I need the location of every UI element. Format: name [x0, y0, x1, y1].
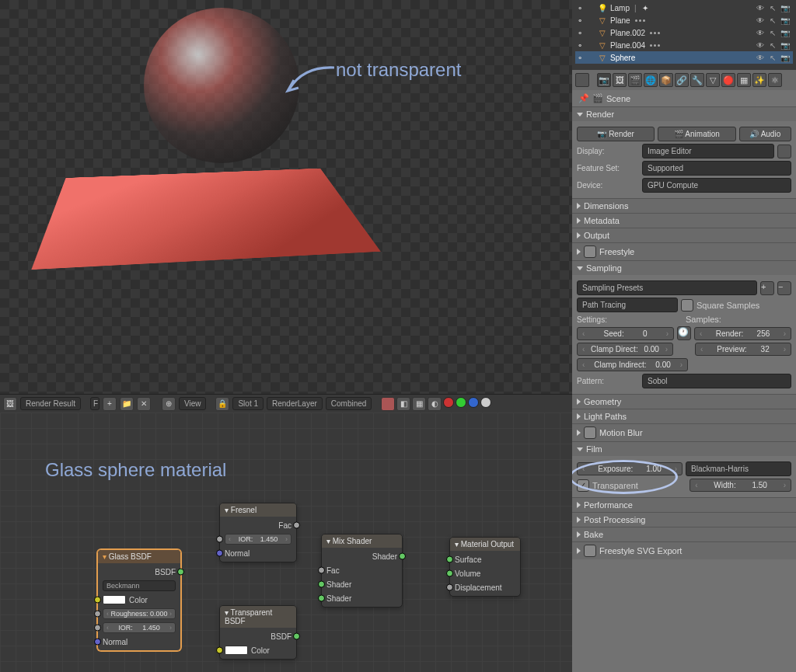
render-icon[interactable]: 📷	[779, 27, 791, 38]
sampling-presets[interactable]: Sampling Presets	[577, 280, 757, 295]
visibility-icon[interactable]: 👁	[754, 40, 766, 50]
tab-physics[interactable]: ⚛	[768, 73, 782, 87]
panel-motionblur-header[interactable]: Motion Blur	[572, 424, 796, 441]
tab-scene[interactable]: 🎬	[628, 73, 642, 87]
display-select[interactable]: Image Editor	[642, 144, 774, 158]
node-fresnel[interactable]: ▾ Fresnel Fac ‹ IOR: 1.450› Normal	[219, 503, 297, 562]
image-selector[interactable]: Render Result	[20, 397, 81, 410]
view-menu[interactable]: View	[179, 397, 207, 410]
render-samples-field[interactable]: ‹Render:256›	[694, 327, 791, 340]
distribution-select[interactable]: Beckmann	[103, 580, 176, 591]
preview-samples-field[interactable]: ‹Preview:32›	[695, 343, 791, 356]
panel-bake-header[interactable]: Bake	[572, 528, 796, 541]
channel-a[interactable]	[480, 397, 491, 408]
render-icon[interactable]: 📷	[779, 15, 791, 26]
outliner-item-lamp[interactable]: ⚬ 💡 Lamp|✦ 👁 ↖ 📷	[575, 2, 793, 14]
integrator-select[interactable]: Path Tracing	[577, 298, 678, 312]
render-view[interactable]: not transparent	[0, 0, 572, 394]
editor-type-icon[interactable]: 🖼	[3, 397, 17, 411]
panel-geometry-header[interactable]: Geometry	[572, 395, 796, 409]
node-editor[interactable]: Glass sphere material ▾ Glass BSDF BSDF …	[0, 413, 572, 672]
square-samples-check[interactable]	[681, 299, 693, 312]
visibility-icon[interactable]: 👁	[754, 52, 766, 63]
pattern-select[interactable]: Sobol	[642, 374, 791, 388]
panel-metadata-header[interactable]: Metadata	[572, 214, 796, 228]
input-ior[interactable]: ‹ IOR: 1.450›	[220, 532, 296, 546]
panel-film-header[interactable]: Film	[572, 442, 796, 456]
tab-particles[interactable]: ✨	[752, 73, 766, 87]
audio-button[interactable]: 🔊 Audio	[739, 127, 791, 141]
tab-material[interactable]: 🔴	[721, 73, 735, 87]
node-glass-bsdf[interactable]: ▾ Glass BSDF BSDF Beckmann Color ‹ Rough…	[97, 549, 181, 651]
unlink-button[interactable]: ✕	[137, 397, 151, 411]
panel-performance-header[interactable]: Performance	[572, 498, 796, 512]
new-button[interactable]: +	[103, 397, 117, 411]
tab-data[interactable]: ▽	[706, 73, 720, 87]
tab-world[interactable]: 🌐	[644, 73, 658, 87]
select-icon[interactable]: ↖	[766, 27, 779, 38]
panel-dimensions-header[interactable]: Dimensions	[572, 199, 796, 213]
slot-selector[interactable]: Slot 1	[232, 397, 264, 410]
visibility-icon[interactable]: 👁	[754, 27, 766, 38]
transparent-check[interactable]	[577, 479, 589, 492]
open-button[interactable]: 📁	[120, 397, 134, 411]
motion-blur-check[interactable]	[584, 427, 596, 439]
tab-object[interactable]: 📦	[659, 73, 673, 87]
select-icon[interactable]: ↖	[766, 40, 779, 50]
panel-render-header[interactable]: Render	[572, 107, 796, 121]
panel-sampling-header[interactable]: Sampling	[572, 261, 796, 275]
panel-freestyle-svg-header[interactable]: Freestyle SVG Export	[572, 542, 796, 559]
f-button[interactable]: F	[90, 397, 100, 410]
outliner-item-plane002[interactable]: ⚬ ▽ Plane.002 👁 ↖ 📷	[575, 26, 793, 39]
channel-z[interactable]: ◐	[428, 397, 442, 411]
pass-selector[interactable]: Combined	[326, 397, 372, 410]
select-icon[interactable]: ↖	[766, 2, 779, 13]
seed-field[interactable]: ‹Seed:0›	[577, 327, 674, 340]
outliner-item-plane[interactable]: ⚬ ▽ Plane 👁 ↖ 📷	[575, 14, 793, 26]
node-material-output[interactable]: ▾ Material Output Surface Volume Displac…	[449, 537, 521, 597]
node-mix-shader[interactable]: ▾ Mix Shader Shader Fac Shader Shader	[321, 534, 403, 608]
tab-blend[interactable]	[575, 73, 589, 87]
channel-color[interactable]	[381, 397, 395, 411]
exposure-field[interactable]: ‹Exposure:1.00›	[577, 462, 683, 475]
visibility-icon[interactable]: 👁	[754, 2, 766, 13]
lock-icon[interactable]: 🔒	[215, 397, 229, 411]
tab-texture[interactable]: ▦	[737, 73, 751, 87]
channel-rgb[interactable]: ◧	[396, 397, 410, 411]
panel-output-header[interactable]: Output	[572, 228, 796, 242]
channel-alpha[interactable]: ▦	[412, 397, 426, 411]
feature-select[interactable]: Supported	[642, 161, 791, 176]
render-button[interactable]: 📷 Render	[577, 127, 655, 141]
freestyle-check[interactable]	[584, 245, 596, 258]
preset-add[interactable]: +	[760, 281, 774, 295]
panel-post-header[interactable]: Post Processing	[572, 513, 796, 527]
clamp-indirect-field[interactable]: ‹Clamp Indirect:0.00›	[577, 358, 688, 371]
tab-constraints[interactable]: 🔗	[675, 73, 689, 87]
filter-select[interactable]: Blackman-Harris	[686, 461, 791, 476]
animation-button[interactable]: 🎬 Animation	[658, 127, 735, 141]
render-icon[interactable]: 📷	[779, 2, 791, 13]
input-color[interactable]: Color	[98, 593, 180, 607]
tab-layers[interactable]: 🖼	[613, 73, 627, 87]
node-transparent-bsdf[interactable]: ▾ Transparent BSDF BSDF Color	[219, 605, 297, 660]
lock-interface[interactable]	[777, 144, 791, 158]
tab-render[interactable]: 📷	[597, 73, 611, 87]
width-field[interactable]: ‹Width:1.50›	[690, 479, 791, 492]
channel-r[interactable]	[443, 397, 454, 408]
input-roughness[interactable]: ‹ Roughness: 0.000›	[98, 607, 180, 621]
tab-modifiers[interactable]: 🔧	[690, 73, 704, 87]
pin-icon[interactable]: 📌	[578, 93, 589, 103]
outliner-item-plane004[interactable]: ⚬ ▽ Plane.004 👁 ↖ 📷	[575, 39, 793, 51]
channel-b[interactable]	[468, 397, 479, 408]
clamp-direct-field[interactable]: ‹Clamp Direct:0.00›	[577, 343, 673, 356]
visibility-icon[interactable]: 👁	[754, 15, 766, 26]
panel-freestyle-header[interactable]: Freestyle	[572, 243, 796, 260]
render-icon[interactable]: 📷	[779, 52, 791, 63]
render-icon[interactable]: 📷	[779, 40, 791, 50]
select-icon[interactable]: ↖	[766, 52, 779, 63]
input-ior[interactable]: ‹ IOR: 1.450›	[98, 621, 180, 635]
seed-clock[interactable]: 🕐	[677, 326, 691, 340]
channel-g[interactable]	[456, 397, 466, 408]
pivot-icon[interactable]: ⊕	[162, 397, 176, 411]
select-icon[interactable]: ↖	[766, 15, 779, 26]
